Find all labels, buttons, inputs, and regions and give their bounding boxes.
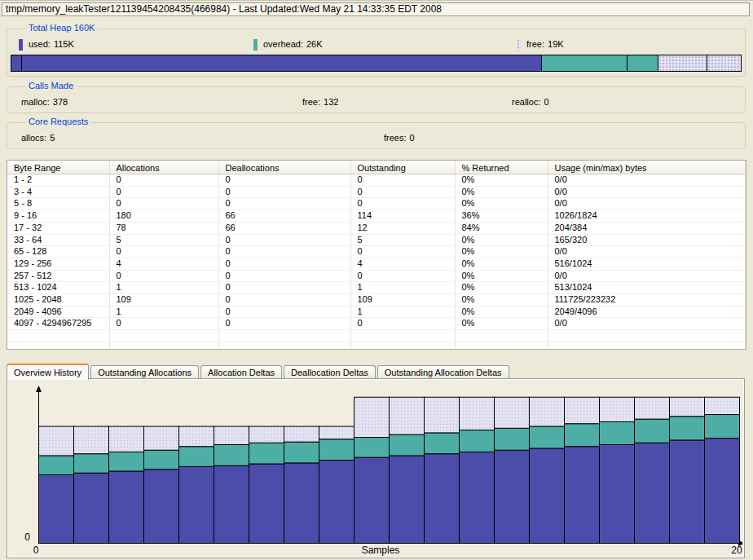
- column-header-outstanding[interactable]: Outstanding: [350, 161, 455, 174]
- stat-free: free:132: [302, 97, 338, 107]
- table-row[interactable]: 2049 - 40961010%2049/4096: [7, 306, 746, 318]
- table-cell: 66: [218, 222, 350, 234]
- stat-malloc-label: malloc:: [21, 97, 50, 107]
- free-swatch-icon: [517, 39, 521, 51]
- heap-bar-segment-overhead: [542, 55, 628, 71]
- history-bar-free: [319, 426, 354, 439]
- history-bar-overhead: [74, 454, 109, 474]
- byte-range-table: Byte RangeAllocationsDeallocationsOutsta…: [7, 160, 746, 350]
- history-bar-overhead: [635, 419, 670, 443]
- history-bar-free: [635, 397, 670, 419]
- column-header-allocations[interactable]: Allocations: [109, 161, 218, 174]
- table-cell: 3 - 4: [7, 186, 109, 198]
- history-bar-overhead: [284, 442, 319, 463]
- table-row[interactable]: 1 - 20000%0/0: [7, 174, 746, 187]
- table-cell: 516/1024: [548, 258, 746, 270]
- table-cell: 257 - 512: [7, 270, 109, 282]
- table-row[interactable]: 1025 - 204810901090%111725/223232: [7, 294, 746, 306]
- history-bar-free: [565, 397, 600, 423]
- table-cell: 0/0: [548, 246, 746, 258]
- table-cell: 0: [218, 270, 350, 282]
- history-bar-used: [39, 474, 74, 543]
- legend-overhead-label: overhead:: [263, 39, 303, 49]
- column-header-byte-range[interactable]: Byte Range: [7, 161, 109, 174]
- history-bar-used: [460, 452, 495, 543]
- table-cell: 0: [350, 186, 455, 198]
- history-bar-overhead: [705, 415, 740, 439]
- table-cell: 36%: [455, 210, 548, 223]
- table-cell: 129 - 256: [7, 258, 109, 270]
- table-row[interactable]: 257 - 5120000%0/0: [7, 270, 746, 282]
- table-cell: 17 - 32: [7, 222, 109, 234]
- groupbox-total-heap: Total Heap 160K used:115K overhead:26K f…: [7, 29, 746, 77]
- tab-outstanding-allocation-deltas[interactable]: Outstanding Allocation Deltas: [377, 365, 509, 379]
- history-bar-used: [109, 471, 144, 544]
- table-cell: 84%: [455, 222, 548, 234]
- table-row[interactable]: 5 - 80000%0/0: [7, 198, 746, 210]
- column-header-deallocations[interactable]: Deallocations: [218, 161, 350, 174]
- table-cell: 5 - 8: [7, 198, 109, 210]
- table-row[interactable]: 3 - 40000%0/0: [7, 186, 746, 198]
- tab-outstanding-allocations[interactable]: Outstanding Allocations: [90, 365, 199, 379]
- history-bar-used: [74, 473, 109, 543]
- tab-overview-history[interactable]: Overview History: [7, 364, 89, 380]
- table-cell: 204/384: [548, 222, 746, 234]
- stat-frees: frees:0: [384, 133, 415, 143]
- table-row[interactable]: 9 - 161806611436%1026/1824: [7, 210, 746, 223]
- table-cell: 33 - 64: [7, 234, 109, 246]
- table-cell: 0%: [455, 234, 548, 246]
- x-axis-tick-20: 20: [731, 545, 742, 556]
- table-cell: 513/1024: [548, 282, 746, 294]
- table-cell: 0: [218, 258, 350, 270]
- table-cell: 0: [218, 246, 350, 258]
- tab-allocation-deltas[interactable]: Allocation Deltas: [200, 365, 282, 379]
- table-cell: 0: [109, 186, 218, 198]
- table-row[interactable]: 33 - 645050%165/320: [7, 234, 746, 246]
- total-heap-caption: Total Heap 160K: [25, 23, 98, 33]
- history-bar-overhead: [670, 417, 705, 440]
- stat-frees-label: frees:: [384, 133, 407, 143]
- table-cell: 9 - 16: [7, 210, 109, 223]
- heap-bar-segment-used: [22, 55, 542, 71]
- history-bar-free: [249, 426, 284, 443]
- stat-malloc: malloc:378: [21, 97, 68, 107]
- table-cell: [109, 342, 218, 350]
- history-bar-used: [635, 443, 670, 543]
- table-cell: [548, 330, 746, 342]
- table-row[interactable]: 513 - 10241010%513/1024: [7, 282, 746, 294]
- tab-deallocation-deltas[interactable]: Deallocation Deltas: [284, 365, 376, 379]
- table-cell: 0/0: [548, 186, 746, 198]
- history-bar-free: [284, 426, 319, 442]
- history-bar-free: [179, 426, 214, 447]
- table-cell: 0%: [455, 306, 548, 318]
- window-title-bar: tmp/memory_leakTester121139454208435(466…: [2, 2, 750, 16]
- heap-usage-bar: [11, 55, 742, 72]
- table-cell: 109: [350, 294, 455, 306]
- calls-made-caption: Calls Made: [25, 81, 77, 90]
- column-header-returned[interactable]: % Returned: [455, 161, 548, 174]
- table-row[interactable]: 4097 - 42949672950000%0/0: [7, 318, 746, 330]
- table-row-empty: [7, 342, 746, 350]
- table-cell: 1025 - 2048: [7, 294, 109, 306]
- history-bar-used: [144, 470, 179, 544]
- table-cell: 0: [218, 186, 350, 198]
- stat-allocs-value: 5: [50, 133, 55, 143]
- stat-allocs-label: allocs:: [21, 133, 46, 143]
- history-bar-overhead: [600, 421, 635, 444]
- history-bar-free: [109, 426, 144, 452]
- table-cell: [350, 330, 455, 342]
- column-header-usage-min-max-bytes[interactable]: Usage (min/max) bytes: [548, 161, 746, 174]
- table-cell: 4: [350, 258, 455, 270]
- x-axis-tick-0: 0: [33, 545, 39, 556]
- table-row[interactable]: 65 - 1280000%0/0: [7, 246, 746, 258]
- table-cell: [455, 342, 548, 350]
- table-cell: 0: [109, 318, 218, 330]
- table-cell: 0%: [455, 318, 548, 330]
- table-row[interactable]: 129 - 2564040%516/1024: [7, 258, 746, 270]
- table-row[interactable]: 17 - 3278661284%204/384: [7, 222, 746, 234]
- history-bar-free: [74, 426, 109, 454]
- table-cell: 1: [350, 282, 455, 294]
- table-cell: 66: [218, 210, 350, 223]
- table-cell: 0: [350, 270, 455, 282]
- legend-overhead-value: 26K: [306, 39, 323, 49]
